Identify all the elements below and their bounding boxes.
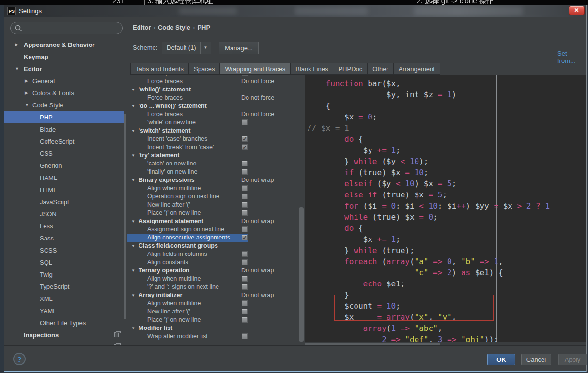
option-row-new-line-after-[interactable]: New line after '(' xyxy=(127,201,298,209)
tab-phpdoc[interactable]: PHPDoc xyxy=(333,63,367,75)
option-checkbox[interactable]: ✓ xyxy=(242,144,248,150)
triangle-down-icon[interactable]: ▼ xyxy=(15,63,19,75)
sidebar-item-editor[interactable]: ▼Editor xyxy=(4,63,124,75)
triangle-down-icon[interactable]: ▼ xyxy=(25,99,29,111)
option-row-align-when-multiline[interactable]: Align when multiline xyxy=(127,275,298,283)
option-value-dropdown[interactable]: Do not wrap xyxy=(241,291,274,299)
option-row--and-signs-on-next-line[interactable]: '?' and ':' signs on next line xyxy=(127,283,298,291)
option-checkbox[interactable] xyxy=(242,309,248,314)
option-row--while-statement[interactable]: ▼'while()' statement xyxy=(127,86,298,94)
triangle-right-icon[interactable]: ▶ xyxy=(25,75,28,87)
option-row--catch-on-new-line[interactable]: 'catch' on new line xyxy=(127,160,298,168)
help-button[interactable]: ? xyxy=(13,353,26,365)
option-row--switch-statement[interactable]: ▼'switch' statement xyxy=(127,127,298,135)
ok-button[interactable]: OK xyxy=(487,354,515,365)
sidebar-item-gherkin[interactable]: Gherkin xyxy=(4,160,124,172)
option-row-force-braces[interactable]: Force bracesDo not force xyxy=(127,110,298,119)
triangle-down-icon[interactable]: ▼ xyxy=(131,291,135,299)
option-row-assignment-statement[interactable]: ▼Assignment statementDo not wrap xyxy=(127,217,298,225)
manage-button[interactable]: Manage... xyxy=(219,42,259,54)
sidebar-item-html[interactable]: HTML xyxy=(4,184,124,196)
option-value-dropdown[interactable]: Do not wrap xyxy=(241,176,274,184)
option-checkbox[interactable] xyxy=(242,119,248,125)
triangle-down-icon[interactable]: ▼ xyxy=(131,151,135,160)
option-checkbox[interactable] xyxy=(242,276,248,282)
option-checkbox[interactable] xyxy=(242,194,248,199)
triangle-down-icon[interactable]: ▼ xyxy=(131,102,135,110)
sidebar-item-json[interactable]: JSON xyxy=(4,208,124,220)
set-from-link[interactable]: Set from... xyxy=(557,50,586,64)
sidebar-item-inspections[interactable]: Inspections xyxy=(4,329,124,341)
option-checkbox[interactable] xyxy=(242,75,248,76)
sidebar-item-sql[interactable]: SQL xyxy=(4,256,124,269)
sidebar-item-coffeescript[interactable]: CoffeeScript xyxy=(4,135,124,148)
apply-button[interactable]: Apply xyxy=(558,354,587,365)
sidebar-item-typescript[interactable]: TypeScript xyxy=(4,281,124,293)
option-row--try-statement[interactable]: ▼'try' statement xyxy=(127,151,298,160)
sidebar-item-xml[interactable]: XML xyxy=(4,293,124,305)
option-checkbox[interactable] xyxy=(242,317,248,323)
triangle-down-icon[interactable]: ▼ xyxy=(131,242,135,250)
cancel-button[interactable]: Cancel xyxy=(521,354,551,365)
sidebar-item-yaml[interactable]: YAML xyxy=(4,305,124,317)
triangle-down-icon[interactable]: ▼ xyxy=(131,267,135,275)
option-row-force-braces[interactable]: Force bracesDo not force xyxy=(127,77,298,86)
option-checkbox[interactable] xyxy=(242,185,248,191)
options-scrollbar[interactable] xyxy=(299,207,304,342)
triangle-right-icon[interactable]: ▶ xyxy=(15,39,18,51)
option-row-indent-break-from-case-[interactable]: Indent 'break' from 'case'✓ xyxy=(127,143,298,151)
option-row-modifier-list[interactable]: ▼Modifier list xyxy=(127,324,298,332)
sidebar-item-javascript[interactable]: JavaScript xyxy=(4,196,124,208)
sidebar-item-haml[interactable]: HAML xyxy=(4,172,124,184)
option-row-binary-expressions[interactable]: ▼Binary expressionsDo not wrap xyxy=(127,176,298,184)
tab-wrapping-and-braces[interactable]: Wrapping and Braces xyxy=(219,63,290,75)
sidebar-item-general[interactable]: ▶General xyxy=(4,75,124,87)
sidebar-item-less[interactable]: Less xyxy=(4,220,124,232)
sidebar-item-code-style[interactable]: ▼Code Style xyxy=(4,99,124,111)
option-row-align-when-multiline[interactable]: Align when multiline xyxy=(127,184,298,193)
option-row-place-on-new-line[interactable]: Place ')' on new line xyxy=(127,316,298,324)
option-value-dropdown[interactable]: Do not wrap xyxy=(241,267,274,275)
option-row-force-braces[interactable]: Force bracesDo not force xyxy=(127,94,298,102)
option-checkbox[interactable]: ✓ xyxy=(242,235,248,240)
triangle-down-icon[interactable]: ▼ xyxy=(131,217,135,225)
scheme-select[interactable]: Default (1) ▼ xyxy=(162,42,211,54)
option-checkbox[interactable] xyxy=(242,210,248,216)
tab-blank-lines[interactable]: Blank Lines xyxy=(290,63,333,75)
option-value-dropdown[interactable]: Do not force xyxy=(241,77,274,86)
breadcrumb-part[interactable]: Code Style xyxy=(158,24,190,31)
option-checkbox[interactable] xyxy=(242,333,248,339)
sidebar-item-sass[interactable]: Sass xyxy=(4,232,124,244)
option-row--while-on-new-line[interactable]: 'while' on new line xyxy=(127,119,298,127)
triangle-down-icon[interactable]: ▼ xyxy=(131,127,135,135)
tab-spaces[interactable]: Spaces xyxy=(188,63,219,75)
option-row-class-field-constant-groups[interactable]: ▼Class field/constant groups xyxy=(127,242,298,250)
titlebar[interactable]: PS Settings ✕ xyxy=(4,5,586,17)
option-checkbox[interactable] xyxy=(242,226,248,232)
option-checkbox[interactable] xyxy=(242,251,248,257)
sidebar-item-other-file-types[interactable]: Other File Types xyxy=(4,317,124,329)
tab-tabs-and-indents[interactable]: Tabs and Indents xyxy=(130,63,188,75)
option-row--do-while-statement[interactable]: ▼'do ... while()' statement xyxy=(127,102,298,110)
sidebar-item-colors-fonts[interactable]: ▶Colors & Fonts xyxy=(4,87,124,99)
option-checkbox[interactable] xyxy=(242,259,248,265)
option-row--finally-on-new-line[interactable]: 'finally' on new line xyxy=(127,168,298,176)
tab-arrangement[interactable]: Arrangement xyxy=(393,63,440,75)
option-row-align-constants[interactable]: Align constants xyxy=(127,258,298,267)
sidebar-item-twig[interactable]: Twig xyxy=(4,269,124,281)
close-button[interactable]: ✕ xyxy=(569,6,585,15)
sidebar-item-css[interactable]: CSS xyxy=(4,148,124,160)
option-row-array-initializer[interactable]: ▼Array initializerDo not wrap xyxy=(127,291,298,299)
option-row-operation-sign-on-next-line[interactable]: Operation sign on next line xyxy=(127,193,298,201)
triangle-down-icon[interactable]: ▼ xyxy=(131,176,135,184)
option-row-align-when-multiline[interactable]: Align when multiline xyxy=(127,299,298,308)
option-row-assignment-sign-on-next-line[interactable]: Assignment sign on next line xyxy=(127,225,298,234)
settings-search-input[interactable] xyxy=(10,22,123,34)
triangle-down-icon[interactable]: ▼ xyxy=(131,86,135,94)
option-checkbox[interactable] xyxy=(242,300,248,306)
option-checkbox[interactable] xyxy=(242,284,248,290)
option-row-align-consecutive-assignments[interactable]: Align consecutive assignments✓ xyxy=(127,234,298,242)
option-row-ternary-operation[interactable]: ▼Ternary operationDo not wrap xyxy=(127,267,298,275)
option-row-new-line-after-[interactable]: New line after '(' xyxy=(127,308,298,316)
sidebar-item-blade[interactable]: Blade xyxy=(4,123,124,135)
